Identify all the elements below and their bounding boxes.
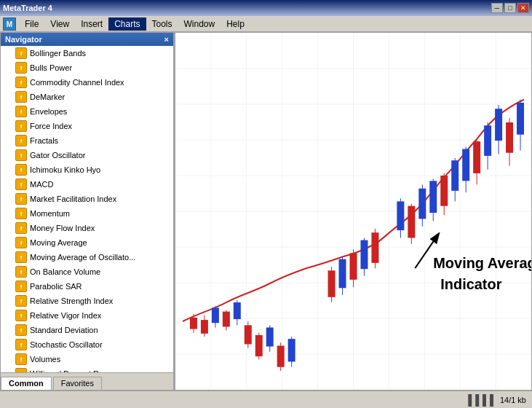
nav-indicator-item[interactable]: fMarket Facilitation Index	[1, 192, 173, 206]
nav-indicator-item[interactable]: fStandard Deviation	[1, 323, 173, 337]
signal-icon: ▌▌▌▌	[468, 394, 497, 406]
indicator-icon: f	[15, 164, 27, 176]
indicator-label: Standard Deviation	[30, 326, 98, 334]
indicator-icon: f	[15, 62, 27, 74]
svg-rect-48	[360, 240, 368, 270]
nav-indicator-item[interactable]: fMomentum	[1, 206, 173, 221]
svg-rect-34	[255, 335, 263, 356]
menu-insert[interactable]: Insert	[75, 17, 108, 31]
nav-indicator-item[interactable]: fGator Oscillator	[1, 148, 173, 162]
nav-indicator-item[interactable]: fMoving Average of Oscillato...	[1, 250, 173, 264]
svg-rect-52	[397, 201, 404, 230]
nav-indicator-item[interactable]: fMACD	[1, 177, 173, 192]
indicator-label: Moving Average of Oscillato...	[30, 253, 135, 262]
menu-bar: M File View Insert Charts Tools Window H…	[0, 16, 532, 32]
nav-tab-favorites[interactable]: Favorites	[53, 377, 102, 390]
minimize-button[interactable]: ─	[491, 3, 503, 13]
nav-indicator-item[interactable]: fWilliams' Percent Range	[1, 366, 173, 372]
svg-rect-60	[440, 176, 448, 206]
menu-file[interactable]: File	[19, 17, 44, 31]
indicator-icon: f	[15, 91, 27, 103]
svg-rect-40	[288, 339, 295, 361]
svg-rect-70	[495, 109, 502, 141]
nav-indicator-item[interactable]: fForce Index	[1, 119, 173, 133]
svg-rect-44	[339, 259, 346, 289]
indicator-label: Moving Average	[30, 238, 87, 247]
svg-rect-22	[190, 318, 197, 329]
navigator-tabs: CommonFavorites	[1, 372, 173, 390]
menu-charts[interactable]: Charts	[108, 17, 146, 31]
indicator-label: Market Facilitation Index	[30, 195, 116, 203]
indicator-icon: f	[15, 280, 27, 292]
indicator-icon: f	[15, 149, 27, 161]
navigator-list[interactable]: fBollinger BandsfBulls PowerfCommodity C…	[1, 46, 173, 372]
app-icon: M	[3, 17, 16, 31]
indicator-label: Parabolic SAR	[30, 282, 82, 291]
nav-indicator-item[interactable]: fOn Balance Volume	[1, 264, 173, 279]
status-indicator: ▌▌▌▌ 14/1 kb	[468, 394, 526, 406]
svg-rect-68	[484, 125, 491, 156]
nav-indicator-item[interactable]: fBollinger Bands	[1, 46, 173, 60]
indicator-label: Fractals	[30, 136, 58, 145]
nav-indicator-item[interactable]: fFractals	[1, 133, 173, 148]
svg-rect-42	[328, 270, 336, 297]
nav-indicator-item[interactable]: fRelative Vigor Index	[1, 308, 173, 323]
nav-tab-common[interactable]: Common	[1, 377, 52, 390]
svg-rect-66	[473, 141, 480, 173]
close-button[interactable]: ✕	[517, 3, 529, 13]
indicator-icon: f	[15, 266, 27, 278]
indicator-icon: f	[15, 47, 27, 59]
app-title: MetaTrader 4	[3, 4, 52, 12]
nav-indicator-item[interactable]: fBulls Power	[1, 60, 173, 75]
maximize-button[interactable]: □	[504, 3, 516, 13]
svg-rect-30	[234, 302, 241, 319]
main-content: Navigator × fBollinger BandsfBulls Power…	[0, 32, 532, 391]
indicator-label: DeMarker	[30, 93, 65, 101]
indicator-label: Ichimoku Kinko Hyo	[30, 165, 100, 174]
indicator-icon: f	[15, 310, 27, 321]
indicator-icon: f	[15, 178, 27, 190]
svg-rect-24	[201, 320, 208, 334]
title-bar-controls: ─ □ ✕	[491, 3, 529, 13]
indicator-icon: f	[15, 193, 27, 205]
svg-rect-62	[451, 160, 458, 191]
menu-tools[interactable]: Tools	[146, 17, 178, 31]
menu-help[interactable]: Help	[221, 17, 250, 31]
indicator-icon: f	[15, 324, 27, 336]
navigator-header: Navigator ×	[1, 33, 173, 46]
nav-indicator-item[interactable]: fMoving Average	[1, 235, 173, 250]
nav-indicator-item[interactable]: fVolumes	[1, 352, 173, 366]
svg-rect-64	[462, 149, 469, 181]
menu-view[interactable]: View	[44, 17, 75, 31]
indicator-icon: f	[15, 76, 27, 88]
nav-indicator-item[interactable]: fCommodity Channel Index	[1, 75, 173, 90]
navigator-title: Navigator	[5, 35, 42, 44]
chart-svg: Moving Average Indicator	[175, 33, 531, 390]
menu-window[interactable]: Window	[178, 17, 221, 31]
svg-text:M: M	[7, 20, 12, 28]
nav-indicator-item[interactable]: fDeMarker	[1, 90, 173, 104]
nav-indicator-item[interactable]: fParabolic SAR	[1, 279, 173, 294]
svg-rect-26	[212, 307, 219, 323]
indicator-icon: f	[15, 222, 27, 234]
nav-indicator-item[interactable]: fIchimoku Kinko Hyo	[1, 162, 173, 177]
nav-indicator-item[interactable]: fRelative Strength Index	[1, 294, 173, 308]
nav-indicator-item[interactable]: fEnvelopes	[1, 104, 173, 119]
indicator-label: On Balance Volume	[30, 267, 100, 276]
indicator-label: Force Index	[30, 122, 72, 130]
navigator-close-button[interactable]: ×	[164, 35, 169, 44]
indicator-label: Volumes	[30, 355, 60, 364]
indicator-icon: f	[15, 295, 27, 307]
indicator-icon: f	[15, 339, 27, 350]
svg-rect-56	[418, 189, 426, 219]
indicator-label: Bulls Power	[30, 63, 72, 72]
svg-rect-32	[245, 325, 252, 344]
svg-rect-28	[223, 312, 230, 327]
indicator-label: Commodity Channel Index	[30, 78, 124, 87]
indicator-label: Relative Strength Index	[30, 297, 113, 305]
svg-rect-74	[517, 103, 524, 135]
nav-indicator-item[interactable]: fMoney Flow Index	[1, 221, 173, 235]
svg-text:Moving Average: Moving Average	[433, 255, 531, 271]
title-bar: MetaTrader 4 ─ □ ✕	[0, 0, 532, 16]
nav-indicator-item[interactable]: fStochastic Oscillator	[1, 337, 173, 352]
